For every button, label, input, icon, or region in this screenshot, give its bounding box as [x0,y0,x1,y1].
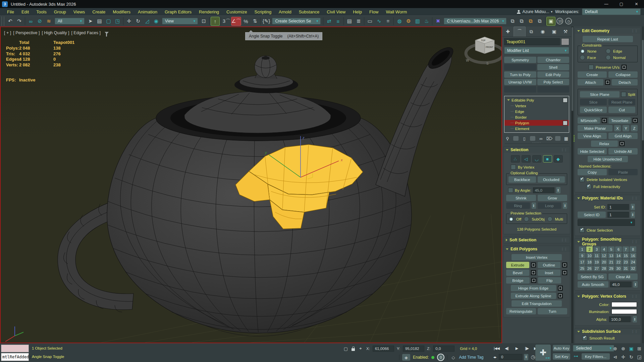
remove-modifier-icon[interactable]: ⌦ [547,135,552,141]
menu-item[interactable]: Rendering [195,9,223,14]
viewport-label[interactable]: [ + ] [ Perspective ] [ High Quality ] [… [4,31,109,35]
y-coordinate-field[interactable]: 95,0182 [403,346,424,352]
mirror-icon[interactable]: ⇄ [324,17,333,26]
rendered-frame-icon[interactable]: ▥ [413,17,422,26]
collapse-triangle-icon[interactable] [507,99,510,101]
named-selection-set-dropdown[interactable]: Create Selection Se▼ [272,18,321,24]
next-frame-button[interactable]: ||▶ [523,345,531,352]
select-and-manipulate-icon[interactable]: ↑ [211,17,220,26]
smoothing-group-button[interactable]: 9 [579,253,586,258]
menu-item[interactable]: Animation [134,9,161,14]
constraint-normal-radio[interactable] [606,55,611,60]
modifier-preset-button[interactable]: Symmetry [504,57,536,63]
shrink-button[interactable]: Shrink [506,195,536,201]
quickslice-button[interactable]: QuickSlice [580,107,607,113]
extrude-along-spline-settings-icon[interactable] [558,293,563,298]
auto-smooth-button[interactable]: Auto Smooth [578,281,608,288]
material-name-dropdown[interactable]: ▼ [578,219,635,226]
zero-badge[interactable]: 0 [437,354,444,361]
filter-funnel-icon[interactable] [105,32,109,34]
key-filters-button[interactable]: Key Filters... [582,353,610,360]
attach-settings-icon[interactable] [605,80,610,85]
zoom-all-icon[interactable]: ⊛ [619,344,627,353]
layer-explorer-icon[interactable]: ≣ [354,17,363,26]
menu-item[interactable]: Edit [18,9,33,14]
render-setup-icon[interactable]: ⚙ [404,17,413,26]
attach-button[interactable]: Attach [578,79,603,85]
smoothing-group-button[interactable]: 24 [630,259,636,265]
viewport-menu-shading[interactable]: [ Edged Faces ] [71,31,101,35]
reference-coordinate-dropdown[interactable]: View▼ [162,18,198,24]
tessellate-button[interactable]: Tessellate [608,117,631,124]
panel-scrollbar-left[interactable] [571,26,574,343]
stack-subobject-item[interactable]: ┈┈ Element [504,126,569,131]
make-planar-button[interactable]: Make Planar [578,125,612,131]
maxscript-mini-listener[interactable]: mtlRefAdded: [1,345,29,361]
fov-icon[interactable]: ⊲ [611,353,619,361]
msmooth-button[interactable]: MSmooth [578,117,600,124]
preview-off-radio[interactable] [508,217,514,222]
smoothing-group-button[interactable]: 26 [586,265,593,271]
zoom-icon[interactable]: ⊕ [611,344,619,353]
illumination-color-swatch[interactable] [611,309,637,314]
relax-button[interactable]: Relax [591,140,618,147]
constraint-none-radio[interactable] [580,49,585,54]
smoothing-group-button[interactable]: 11 [593,253,600,258]
view-align-button[interactable]: View Align [578,133,607,139]
constraint-face-radio[interactable] [580,55,585,60]
rollout-header-vertex-colors[interactable]: Polygon: Vertex Colors⋮⋮ [575,293,640,299]
smoothing-group-button[interactable]: 10 [586,253,593,258]
angle-snap-toggle-icon[interactable]: ∠⌒ [231,17,241,26]
stack-onoff-icon[interactable] [563,121,568,125]
recent-history-clock-icon[interactable]: ◷ [565,18,572,24]
by-vertex-checkbox[interactable] [511,165,516,170]
render-production-icon[interactable]: ♨ [422,17,431,26]
spinner-snap-icon[interactable]: ⇅ [250,17,259,26]
extrude-settings-icon[interactable] [531,262,536,267]
selection-filter-dropdown[interactable]: All▼ [55,18,85,24]
constraint-edge-radio[interactable] [606,49,611,54]
menu-item[interactable]: Create [89,9,109,14]
menu-item[interactable]: Graph Editors [161,9,195,14]
preview-subobj-radio[interactable] [524,217,529,222]
tab-create[interactable]: ✚ [502,26,514,37]
frame-spinner[interactable]: ▲▼ [524,354,528,360]
rollout-header-edit-geometry[interactable]: Edit Geometry⋮⋮ [575,28,640,34]
slice-button[interactable]: Slice [580,99,607,105]
auto-smooth-spinner[interactable]: ▲▼ [633,281,638,288]
workspace-dropdown[interactable]: Default▼ [582,8,641,15]
extrude-button[interactable]: Extrude [506,262,529,268]
stack-item-editable-poly[interactable]: Editable Poly [504,97,569,103]
smoothing-group-button[interactable]: 8 [630,246,636,252]
select-by-name-icon[interactable]: ▤ [95,17,104,26]
grid-align-button[interactable]: Grid Align [608,133,638,139]
planar-y-button[interactable]: Y [623,125,629,131]
planar-x-button[interactable]: X [614,125,621,131]
smoothing-group-button[interactable]: 3 [593,246,600,252]
absolute-offset-mode-icon[interactable]: ⌖ [358,346,364,351]
tab-motion[interactable]: ◉ [537,26,548,37]
inset-settings-icon[interactable] [562,270,567,275]
menu-item[interactable]: File [3,9,18,14]
alpha-spinner[interactable]: ▲▼ [633,316,637,322]
ring-button[interactable]: Ring [506,202,530,209]
set-id-spinner[interactable]: ▲▼ [631,204,635,210]
rollout-header-selection[interactable]: Selection⋮⋮ [503,147,570,153]
unhide-all-button[interactable]: Unhide All [608,148,638,155]
menu-item[interactable]: Civil View [323,9,349,14]
menu-item[interactable]: Tools [33,9,50,14]
retriangulate-button[interactable]: Retriangulate [506,308,536,314]
modifier-list-dropdown[interactable]: Modifier List▼ [504,47,569,54]
edit-triangulation-button[interactable]: Edit Triangulation [512,300,562,307]
save-file-icon[interactable]: ▣ [546,17,555,26]
hinge-settings-icon[interactable] [558,286,563,291]
schematic-view-icon[interactable]: ⌗ [383,17,392,26]
smoothing-group-button[interactable]: 18 [586,259,593,265]
stack-subobject-item[interactable]: ┈┈ Vertex [504,103,569,109]
unlink-selection-icon[interactable]: ⊘ [35,17,44,26]
menu-item[interactable]: Arnold [275,9,295,14]
relax-settings-icon[interactable] [620,141,625,146]
loop-spinner[interactable]: ▲▼ [563,202,567,209]
slice-plane-button[interactable]: Slice Plane [580,91,620,98]
smoothing-group-button[interactable]: 27 [593,265,600,271]
